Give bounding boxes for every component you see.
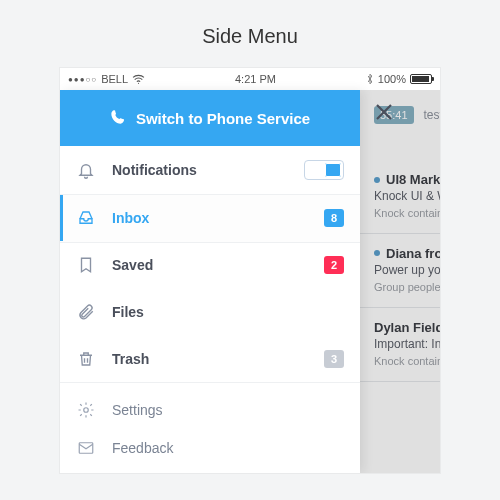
menu-item-notifications[interactable]: Notifications: [60, 146, 360, 195]
menu-item-label: Inbox: [112, 210, 308, 226]
close-menu-button[interactable]: [372, 100, 396, 124]
signal-dots-icon: ●●●○○: [68, 75, 97, 84]
phone-icon: [110, 109, 126, 128]
notifications-toggle[interactable]: [304, 160, 344, 180]
trash-icon: [76, 350, 96, 368]
status-time: 4:21 PM: [235, 73, 276, 85]
bell-icon: [76, 161, 96, 179]
menu-item-label: Settings: [112, 402, 163, 418]
content-overlay[interactable]: [360, 90, 440, 473]
switch-phone-service-button[interactable]: Switch to Phone Service: [60, 90, 360, 146]
saved-badge: 2: [324, 256, 344, 274]
menu-item-feedback[interactable]: Feedback: [60, 429, 360, 467]
menu-item-saved[interactable]: Saved 2: [60, 242, 360, 289]
menu-item-label: Trash: [112, 351, 308, 367]
carrier-label: BELL: [101, 73, 128, 85]
switch-phone-service-label: Switch to Phone Service: [136, 110, 310, 127]
wifi-icon: [132, 74, 145, 84]
battery-icon: [410, 74, 432, 84]
menu-item-label: Feedback: [112, 440, 173, 456]
menu-item-settings[interactable]: Settings: [60, 391, 360, 429]
inbox-badge: 8: [324, 209, 344, 227]
mail-icon: [76, 439, 96, 457]
menu-item-trash[interactable]: Trash 3: [60, 336, 360, 383]
menu-item-label: Notifications: [112, 162, 288, 178]
svg-point-1: [84, 408, 89, 413]
svg-point-0: [138, 83, 139, 84]
gear-icon: [76, 401, 96, 419]
side-menu: Switch to Phone Service Notifications In…: [60, 90, 360, 473]
phone-frame: ●●●○○ BELL 4:21 PM 100%: [60, 68, 440, 473]
status-bar: ●●●○○ BELL 4:21 PM 100%: [60, 68, 440, 90]
paperclip-icon: [76, 303, 96, 321]
menu-item-label: Saved: [112, 257, 308, 273]
inbox-icon: [76, 209, 96, 227]
bluetooth-icon: [366, 73, 374, 85]
svg-rect-2: [79, 443, 93, 454]
menu-item-label: Files: [112, 304, 344, 320]
battery-pct: 100%: [378, 73, 406, 85]
bookmark-icon: [76, 256, 96, 274]
menu-item-inbox[interactable]: Inbox 8: [60, 195, 360, 242]
trash-badge: 3: [324, 350, 344, 368]
page-title: Side Menu: [0, 0, 500, 68]
menu-item-files[interactable]: Files: [60, 289, 360, 336]
